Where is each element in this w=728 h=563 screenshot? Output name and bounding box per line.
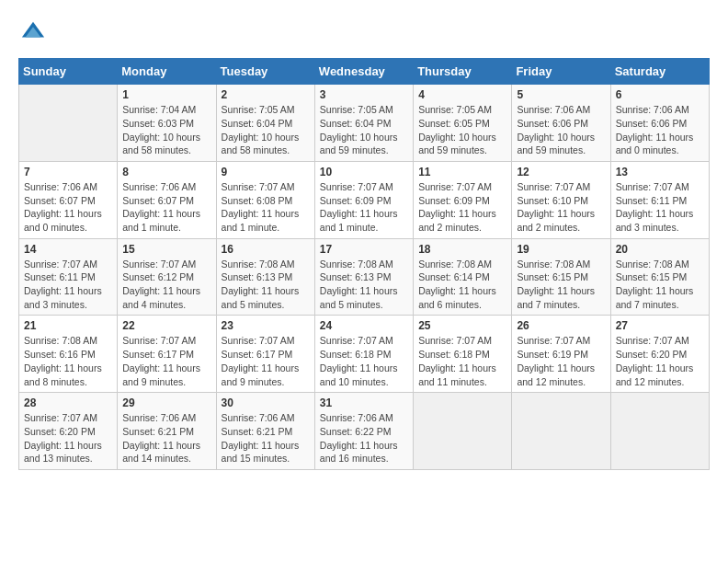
- calendar-cell: 25Sunrise: 7:07 AM Sunset: 6:18 PM Dayli…: [414, 316, 512, 393]
- day-info: Sunrise: 7:06 AM Sunset: 6:21 PM Dayligh…: [122, 411, 210, 465]
- day-number: 25: [418, 319, 506, 332]
- day-number: 24: [320, 319, 408, 332]
- day-info: Sunrise: 7:05 AM Sunset: 6:04 PM Dayligh…: [320, 103, 408, 157]
- calendar-cell: 12Sunrise: 7:07 AM Sunset: 6:10 PM Dayli…: [512, 161, 610, 238]
- header-sunday: Sunday: [19, 59, 118, 85]
- calendar-cell: 2Sunrise: 7:05 AM Sunset: 6:04 PM Daylig…: [216, 85, 314, 162]
- logo: [18, 18, 46, 49]
- day-number: 16: [222, 243, 310, 256]
- calendar-cell: 3Sunrise: 7:05 AM Sunset: 6:04 PM Daylig…: [314, 85, 413, 162]
- day-info: Sunrise: 7:06 AM Sunset: 6:07 PM Dayligh…: [122, 180, 210, 235]
- calendar-body: 1Sunrise: 7:04 AM Sunset: 6:03 PM Daylig…: [19, 85, 710, 470]
- day-info: Sunrise: 7:07 AM Sunset: 6:20 PM Dayligh…: [616, 334, 704, 388]
- day-number: 12: [517, 166, 605, 178]
- day-info: Sunrise: 7:07 AM Sunset: 6:18 PM Dayligh…: [418, 334, 506, 388]
- header-monday: Monday: [118, 59, 216, 85]
- day-number: 27: [616, 319, 704, 332]
- calendar-cell: 26Sunrise: 7:07 AM Sunset: 6:19 PM Dayli…: [512, 316, 610, 393]
- week-row-2: 7Sunrise: 7:06 AM Sunset: 6:07 PM Daylig…: [19, 161, 710, 238]
- day-info: Sunrise: 7:06 AM Sunset: 6:22 PM Dayligh…: [320, 411, 408, 465]
- calendar-cell: 14Sunrise: 7:07 AM Sunset: 6:11 PM Dayli…: [19, 238, 118, 316]
- header-tuesday: Tuesday: [216, 59, 314, 85]
- day-info: Sunrise: 7:07 AM Sunset: 6:20 PM Dayligh…: [24, 411, 112, 465]
- logo-icon: [20, 18, 46, 44]
- calendar-cell: 9Sunrise: 7:07 AM Sunset: 6:08 PM Daylig…: [216, 161, 314, 238]
- day-number: 13: [616, 166, 704, 178]
- day-number: 17: [320, 243, 408, 256]
- header-saturday: Saturday: [610, 59, 709, 85]
- day-number: 10: [320, 166, 408, 178]
- calendar-cell: 15Sunrise: 7:07 AM Sunset: 6:12 PM Dayli…: [118, 238, 216, 316]
- calendar-cell: 4Sunrise: 7:05 AM Sunset: 6:05 PM Daylig…: [414, 85, 512, 162]
- calendar-header: SundayMondayTuesdayWednesdayThursdayFrid…: [19, 59, 710, 85]
- day-number: 6: [616, 88, 704, 101]
- day-info: Sunrise: 7:06 AM Sunset: 6:07 PM Dayligh…: [24, 180, 112, 235]
- day-info: Sunrise: 7:08 AM Sunset: 6:15 PM Dayligh…: [616, 258, 704, 312]
- day-number: 20: [616, 243, 704, 256]
- day-number: 23: [222, 319, 310, 332]
- calendar-cell: 29Sunrise: 7:06 AM Sunset: 6:21 PM Dayli…: [118, 393, 216, 470]
- calendar-cell: 13Sunrise: 7:07 AM Sunset: 6:11 PM Dayli…: [610, 161, 709, 238]
- day-number: 14: [24, 243, 112, 256]
- day-number: 26: [517, 319, 605, 332]
- day-number: 2: [222, 88, 310, 101]
- day-number: 7: [24, 166, 112, 178]
- day-info: Sunrise: 7:07 AM Sunset: 6:11 PM Dayligh…: [24, 258, 112, 312]
- calendar-cell: 17Sunrise: 7:08 AM Sunset: 6:13 PM Dayli…: [314, 238, 413, 316]
- day-number: 19: [517, 243, 605, 256]
- calendar-cell: 22Sunrise: 7:07 AM Sunset: 6:17 PM Dayli…: [118, 316, 216, 393]
- day-number: 4: [418, 88, 506, 101]
- week-row-1: 1Sunrise: 7:04 AM Sunset: 6:03 PM Daylig…: [19, 85, 710, 162]
- calendar-cell: 28Sunrise: 7:07 AM Sunset: 6:20 PM Dayli…: [19, 393, 118, 470]
- day-info: Sunrise: 7:07 AM Sunset: 6:12 PM Dayligh…: [122, 258, 210, 312]
- calendar-cell: 20Sunrise: 7:08 AM Sunset: 6:15 PM Dayli…: [610, 238, 709, 316]
- calendar-table: SundayMondayTuesdayWednesdayThursdayFrid…: [18, 58, 710, 470]
- header-friday: Friday: [512, 59, 610, 85]
- day-number: 31: [320, 396, 408, 409]
- day-info: Sunrise: 7:07 AM Sunset: 6:11 PM Dayligh…: [616, 180, 704, 235]
- calendar-cell: 27Sunrise: 7:07 AM Sunset: 6:20 PM Dayli…: [610, 316, 709, 393]
- day-info: Sunrise: 7:04 AM Sunset: 6:03 PM Dayligh…: [122, 103, 210, 157]
- calendar-cell: [610, 393, 709, 470]
- day-info: Sunrise: 7:08 AM Sunset: 6:13 PM Dayligh…: [320, 258, 408, 312]
- calendar-cell: 19Sunrise: 7:08 AM Sunset: 6:15 PM Dayli…: [512, 238, 610, 316]
- calendar-cell: 23Sunrise: 7:07 AM Sunset: 6:17 PM Dayli…: [216, 316, 314, 393]
- day-number: 5: [517, 88, 605, 101]
- day-number: 1: [122, 88, 210, 101]
- week-row-3: 14Sunrise: 7:07 AM Sunset: 6:11 PM Dayli…: [19, 238, 710, 316]
- calendar-cell: 8Sunrise: 7:06 AM Sunset: 6:07 PM Daylig…: [118, 161, 216, 238]
- day-info: Sunrise: 7:07 AM Sunset: 6:18 PM Dayligh…: [320, 334, 408, 388]
- header-thursday: Thursday: [414, 59, 512, 85]
- day-number: 22: [122, 319, 210, 332]
- header-row: SundayMondayTuesdayWednesdayThursdayFrid…: [19, 59, 710, 85]
- week-row-5: 28Sunrise: 7:07 AM Sunset: 6:20 PM Dayli…: [19, 393, 710, 470]
- day-number: 8: [122, 166, 210, 178]
- calendar-cell: 6Sunrise: 7:06 AM Sunset: 6:06 PM Daylig…: [610, 85, 709, 162]
- day-info: Sunrise: 7:05 AM Sunset: 6:04 PM Dayligh…: [222, 103, 310, 157]
- day-number: 9: [222, 166, 310, 178]
- calendar-cell: 5Sunrise: 7:06 AM Sunset: 6:06 PM Daylig…: [512, 85, 610, 162]
- calendar-cell: 30Sunrise: 7:06 AM Sunset: 6:21 PM Dayli…: [216, 393, 314, 470]
- day-number: 18: [418, 243, 506, 256]
- calendar-cell: 11Sunrise: 7:07 AM Sunset: 6:09 PM Dayli…: [414, 161, 512, 238]
- calendar-cell: [414, 393, 512, 470]
- day-info: Sunrise: 7:07 AM Sunset: 6:19 PM Dayligh…: [517, 334, 605, 388]
- header-wednesday: Wednesday: [314, 59, 413, 85]
- day-info: Sunrise: 7:06 AM Sunset: 6:06 PM Dayligh…: [517, 103, 605, 157]
- day-number: 21: [24, 319, 112, 332]
- calendar-cell: [19, 85, 118, 162]
- day-number: 28: [24, 396, 112, 409]
- calendar-cell: 1Sunrise: 7:04 AM Sunset: 6:03 PM Daylig…: [118, 85, 216, 162]
- day-number: 11: [418, 166, 506, 178]
- day-number: 3: [320, 88, 408, 101]
- day-info: Sunrise: 7:07 AM Sunset: 6:17 PM Dayligh…: [122, 334, 210, 388]
- calendar-cell: 7Sunrise: 7:06 AM Sunset: 6:07 PM Daylig…: [19, 161, 118, 238]
- calendar-cell: 16Sunrise: 7:08 AM Sunset: 6:13 PM Dayli…: [216, 238, 314, 316]
- day-info: Sunrise: 7:08 AM Sunset: 6:15 PM Dayligh…: [517, 258, 605, 312]
- day-info: Sunrise: 7:08 AM Sunset: 6:14 PM Dayligh…: [418, 258, 506, 312]
- day-info: Sunrise: 7:07 AM Sunset: 6:08 PM Dayligh…: [222, 180, 310, 235]
- day-number: 15: [122, 243, 210, 256]
- calendar-cell: 18Sunrise: 7:08 AM Sunset: 6:14 PM Dayli…: [414, 238, 512, 316]
- day-info: Sunrise: 7:08 AM Sunset: 6:16 PM Dayligh…: [24, 334, 112, 388]
- day-info: Sunrise: 7:06 AM Sunset: 6:06 PM Dayligh…: [616, 103, 704, 157]
